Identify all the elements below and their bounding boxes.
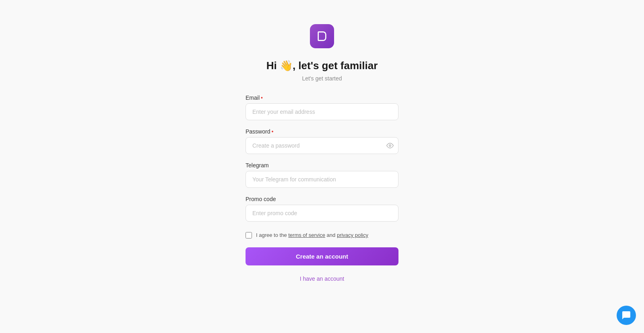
password-input-wrapper <box>246 137 398 154</box>
agree-row: I agree to the terms of service and priv… <box>246 231 398 239</box>
password-toggle-button[interactable] <box>386 142 394 149</box>
telegram-input-wrapper <box>246 171 398 188</box>
login-link-wrapper: I have an account <box>246 275 398 282</box>
email-input[interactable] <box>246 103 398 120</box>
app-logo <box>310 24 334 48</box>
logo-wrapper <box>310 24 334 48</box>
email-field-group: Email • <box>246 95 398 120</box>
telegram-field-group: Telegram <box>246 162 398 188</box>
password-label: Password • <box>246 128 398 135</box>
email-required-indicator: • <box>261 95 263 101</box>
agree-checkbox[interactable] <box>246 232 252 238</box>
chat-support-button[interactable] <box>617 306 636 325</box>
agree-text[interactable]: I agree to the terms of service and priv… <box>256 231 368 239</box>
chat-icon <box>621 310 631 320</box>
page-subheading: Let's get started <box>302 75 342 82</box>
email-label: Email • <box>246 95 398 101</box>
registration-form-container: Hi 👋, let's get familiar Let's get start… <box>246 24 398 282</box>
svg-point-0 <box>389 145 391 147</box>
promo-field-group: Promo code <box>246 196 398 222</box>
terms-link[interactable]: terms of service <box>288 232 325 238</box>
telegram-label: Telegram <box>246 162 398 169</box>
promo-input[interactable] <box>246 205 398 222</box>
logo-icon <box>316 30 328 43</box>
password-required-indicator: • <box>271 128 273 135</box>
password-input[interactable] <box>246 137 398 154</box>
eye-icon <box>386 142 394 149</box>
telegram-input[interactable] <box>246 171 398 188</box>
promo-input-wrapper <box>246 205 398 222</box>
privacy-link[interactable]: privacy policy <box>337 232 368 238</box>
password-field-group: Password • <box>246 128 398 154</box>
promo-label: Promo code <box>246 196 398 202</box>
page-heading: Hi 👋, let's get familiar <box>266 60 378 72</box>
create-account-button[interactable]: Create an account <box>246 247 398 265</box>
login-link[interactable]: I have an account <box>300 275 345 282</box>
signup-form: Email • Password • <box>246 95 398 282</box>
email-input-wrapper <box>246 103 398 120</box>
